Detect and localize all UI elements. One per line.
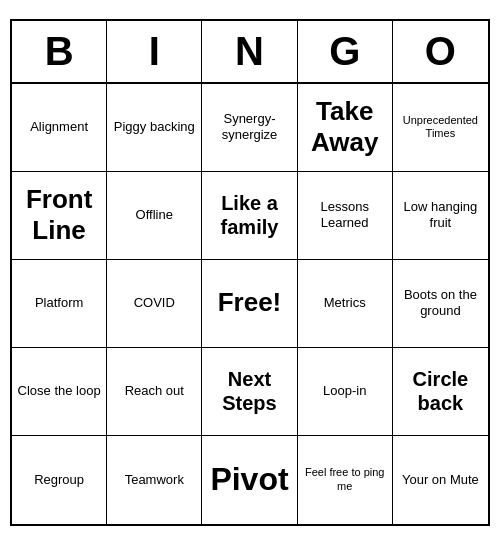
bingo-cell-22: Pivot — [202, 436, 297, 524]
bingo-cell-11: COVID — [107, 260, 202, 348]
cell-text-23: Feel free to ping me — [302, 466, 388, 492]
cell-text-20: Regroup — [34, 472, 84, 488]
bingo-cell-17: Next Steps — [202, 348, 297, 436]
cell-text-0: Alignment — [30, 119, 88, 135]
cell-text-4: Unprecedented Times — [397, 114, 484, 140]
cell-text-16: Reach out — [125, 383, 184, 399]
bingo-grid: AlignmentPiggy backingSynergy-synergizeT… — [12, 84, 488, 524]
bingo-cell-7: Like a family — [202, 172, 297, 260]
cell-text-6: Offline — [136, 207, 173, 223]
bingo-letter-b: B — [12, 21, 107, 82]
cell-text-22: Pivot — [210, 460, 288, 498]
bingo-cell-23: Feel free to ping me — [298, 436, 393, 524]
bingo-cell-13: Metrics — [298, 260, 393, 348]
bingo-letter-n: N — [202, 21, 297, 82]
bingo-letter-o: O — [393, 21, 488, 82]
bingo-cell-4: Unprecedented Times — [393, 84, 488, 172]
cell-text-7: Like a family — [206, 191, 292, 239]
cell-text-19: Circle back — [397, 367, 484, 415]
cell-text-17: Next Steps — [206, 367, 292, 415]
bingo-letter-g: G — [298, 21, 393, 82]
bingo-cell-20: Regroup — [12, 436, 107, 524]
cell-text-14: Boots on the ground — [397, 287, 484, 318]
bingo-letter-i: I — [107, 21, 202, 82]
bingo-cell-9: Low hanging fruit — [393, 172, 488, 260]
bingo-cell-1: Piggy backing — [107, 84, 202, 172]
bingo-cell-15: Close the loop — [12, 348, 107, 436]
cell-text-9: Low hanging fruit — [397, 199, 484, 230]
bingo-cell-2: Synergy-synergize — [202, 84, 297, 172]
bingo-cell-14: Boots on the ground — [393, 260, 488, 348]
bingo-cell-0: Alignment — [12, 84, 107, 172]
cell-text-12: Free! — [218, 287, 282, 318]
cell-text-24: Your on Mute — [402, 472, 479, 488]
bingo-cell-16: Reach out — [107, 348, 202, 436]
bingo-header: BINGO — [12, 21, 488, 84]
cell-text-11: COVID — [134, 295, 175, 311]
bingo-cell-19: Circle back — [393, 348, 488, 436]
bingo-cell-3: Take Away — [298, 84, 393, 172]
bingo-cell-6: Offline — [107, 172, 202, 260]
bingo-cell-12: Free! — [202, 260, 297, 348]
cell-text-5: Front Line — [16, 184, 102, 246]
cell-text-21: Teamwork — [125, 472, 184, 488]
cell-text-10: Platform — [35, 295, 83, 311]
bingo-cell-5: Front Line — [12, 172, 107, 260]
bingo-cell-24: Your on Mute — [393, 436, 488, 524]
bingo-cell-18: Loop-in — [298, 348, 393, 436]
cell-text-8: Lessons Learned — [302, 199, 388, 230]
cell-text-18: Loop-in — [323, 383, 366, 399]
cell-text-15: Close the loop — [18, 383, 101, 399]
cell-text-2: Synergy-synergize — [206, 111, 292, 142]
bingo-cell-10: Platform — [12, 260, 107, 348]
cell-text-13: Metrics — [324, 295, 366, 311]
bingo-card: BINGO AlignmentPiggy backingSynergy-syne… — [10, 19, 490, 526]
bingo-cell-21: Teamwork — [107, 436, 202, 524]
cell-text-3: Take Away — [302, 96, 388, 158]
bingo-cell-8: Lessons Learned — [298, 172, 393, 260]
cell-text-1: Piggy backing — [114, 119, 195, 135]
